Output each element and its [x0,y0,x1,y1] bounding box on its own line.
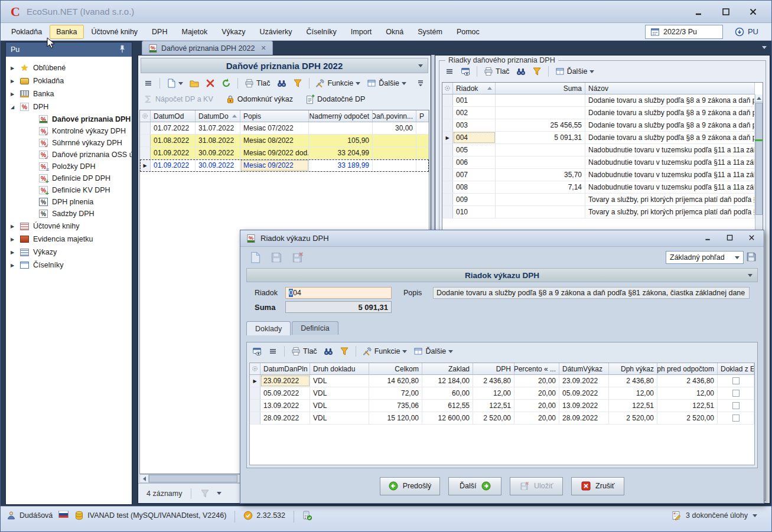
dialog-header-dropdown-icon[interactable] [748,274,753,277]
cell[interactable]: 20,00 [514,375,559,387]
erp-checkbox[interactable] [732,377,740,384]
hamburger-menu-icon[interactable] [266,345,279,357]
cell[interactable] [718,400,754,412]
table-row[interactable]: 01.09.202230.09.2022Mesiac 09/2022 dod..… [140,147,429,159]
cell[interactable]: 612,55 [422,400,473,412]
tree-item-v-kazy[interactable]: ▶Výkazy [6,246,132,259]
cell[interactable]: 12,00 [657,387,718,399]
cell[interactable] [416,147,429,159]
column-header[interactable]: Popis [240,110,309,122]
tree-item-kontroln-v-kazy-dph[interactable]: Kontrolné výkazy DPH [6,125,132,137]
save-close-icon-button[interactable] [290,250,305,265]
dialog-title-bar[interactable]: Riadok výkazu DPH [240,230,764,247]
tree-item-dph[interactable]: ◢DPH [6,100,132,113]
column-header[interactable]: Dph pred odpočtom [657,363,718,374]
cell[interactable]: VDL [310,375,369,387]
new-document-button[interactable] [165,77,185,89]
cell[interactable] [416,122,429,134]
tasks-indicator[interactable]: 3 dokončené úlohy [672,511,766,520]
version-indicator[interactable]: 2.32.532 [243,511,285,520]
cell[interactable]: 25 456,55 [496,119,585,131]
cell[interactable]: Mesiac 09/2022 [240,159,309,171]
tab-definicia[interactable]: Definícia [292,321,338,335]
menu-item-v-kazy[interactable]: Výkazy [215,25,252,39]
cell[interactable]: 735,06 [369,400,422,412]
delete-button[interactable] [204,77,217,89]
menu-item--tovn-knihy[interactable]: Účtovné knihy [85,25,145,39]
table-row[interactable]: 006Nadobudnutie tovaru v tuzemsku podľa … [442,156,755,169]
more-button[interactable]: Ďalšie [553,66,597,77]
cell[interactable] [373,159,416,171]
cell[interactable] [373,147,416,159]
cell[interactable]: 01.08.2022 [151,135,196,146]
cell[interactable]: 12,00 [609,387,657,399]
cell[interactable]: 20,00 [514,387,559,399]
cell[interactable]: 13.09.2022 [559,400,609,412]
cell[interactable] [496,144,585,156]
footer-filter-icon[interactable] [200,489,210,498]
expand-icon[interactable]: ▶ [11,92,20,97]
close-button[interactable] [748,6,758,17]
cell[interactable]: 122,51 [473,400,514,412]
cell[interactable]: Mesiac 07/2022 [240,122,309,134]
tab-close-icon[interactable]: ✕ [260,44,266,52]
tab-doklady[interactable]: Doklady [246,321,291,335]
tree-item-da-ov-priznania-oss-nia[interactable]: Daňové priznania OSS únia [6,149,132,161]
tree-item-poklad-a[interactable]: ▶Pokladňa [6,74,132,87]
calculator-indicator[interactable] [302,511,312,520]
cell[interactable]: 7,14 [496,181,585,193]
print-button[interactable]: Tlač [289,345,319,357]
cell[interactable]: Dodanie tovaru a služby podľa §8 a 9 zák… [585,107,755,119]
table-row[interactable]: 002Dodanie tovaru a služby podľa §8 a 9 … [442,107,755,119]
cell[interactable]: 72,00 [369,387,422,399]
expand-icon[interactable]: ▶ [11,66,20,71]
cell[interactable] [416,135,429,146]
cell[interactable] [496,156,585,168]
dialog-maximize-button[interactable] [726,234,734,243]
table-row[interactable]: 009Tovary a služby, pri ktorých príjemca… [442,194,755,206]
cell[interactable]: 2 520,00 [473,412,514,424]
cell[interactable]: 009 [453,194,496,205]
cell[interactable]: 2 436,80 [657,375,718,387]
tab-list-dropdown-icon[interactable] [762,46,767,49]
cell[interactable]: 003 [453,119,496,131]
pu-button[interactable]: PU [731,26,762,38]
tree-item-dph-plnenia[interactable]: DPH plnenia [6,196,132,208]
menu-item-uz-vierky[interactable]: Uzávierky [253,25,299,39]
tree-item--tovn-knihy[interactable]: ▶Účtovné knihy [6,220,132,233]
cell[interactable]: Dodanie tovaru a služby podľa §8 a 9 zák… [585,119,755,131]
column-header[interactable]: Nadmerný odpočet [309,110,373,122]
expand-icon[interactable]: ▶ [11,250,20,255]
column-header[interactable]: DPH [473,363,514,374]
open-folder-button[interactable] [188,77,201,89]
column-header[interactable]: Zaklad [422,363,473,374]
cell[interactable] [496,107,585,119]
table-row[interactable]: 01.07.202231.07.2022Mesiac 07/202230,00 [140,122,429,135]
column-header[interactable]: DátumVýkaz [559,363,609,374]
cell[interactable]: Nadobudnutie tovaru v tuzemsku podľa §11… [585,156,755,168]
cell[interactable]: 006 [453,156,496,168]
cell[interactable]: 008 [453,181,496,193]
cell[interactable]: Dodanie tovaru a služby podľa §8 a 9 zák… [585,94,755,106]
footer-filter-dropdown-icon[interactable] [217,492,221,495]
functions-button[interactable]: Funkcie [361,345,409,357]
scroll-up-icon[interactable] [755,94,763,102]
column-header[interactable]: DatumDo [196,110,240,122]
expand-icon[interactable]: ▶ [11,79,20,84]
gear-icon[interactable] [442,83,453,94]
panel-title-dropdown-icon[interactable] [418,64,423,67]
napocet-button[interactable]: Nápočet DP a KV [142,93,215,105]
print-button[interactable]: Tlač [482,66,512,77]
table-row[interactable]: 05.09.2022VDL72,0060,0012,0020,0005.09.2… [250,387,754,400]
cell[interactable]: 01.09.2022 [151,147,196,159]
cell[interactable]: 007 [453,169,496,181]
save-view-button[interactable] [746,252,757,264]
table-row[interactable]: 00735,70Nadobudnutie tovaru v tuzemsku p… [442,169,755,181]
cancel-button[interactable]: Zrušiť [571,477,624,495]
cell[interactable] [496,94,585,106]
cell[interactable]: 33 189,99 [309,159,373,171]
column-header[interactable]: P [416,110,429,122]
cell[interactable]: Tovary a služby, pri ktorých príjemca pl… [585,194,755,205]
scrollbar-thumb[interactable] [755,103,763,215]
cell[interactable] [496,194,585,205]
